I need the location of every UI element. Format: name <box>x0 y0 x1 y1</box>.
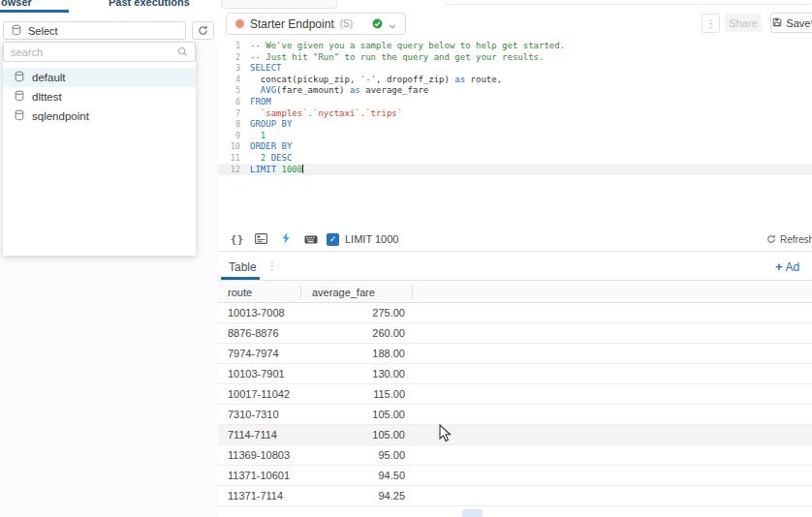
cell-average-fare: 105.00 <box>300 429 412 441</box>
cell-average-fare: 260.00 <box>300 327 412 339</box>
table-row: 11369-1080395.00 <box>218 445 812 466</box>
column-divider <box>412 286 413 299</box>
add-visualization-button[interactable]: + Ad <box>775 259 799 274</box>
mouse-cursor-icon <box>439 424 452 446</box>
lightning-icon <box>282 230 291 248</box>
format-query-button[interactable]: {} <box>231 228 244 251</box>
column-header-average-fare[interactable]: average_fare <box>300 287 412 298</box>
endpoint-name: Starter Endpoint <box>250 17 334 31</box>
kebab-icon[interactable]: ⋮ <box>267 260 277 271</box>
code-line-10: ORDER BY <box>250 141 807 153</box>
results-active-tab-underline <box>221 277 260 280</box>
database-icon <box>15 90 24 104</box>
column-header-route[interactable]: route <box>218 287 300 298</box>
limit-label: LIMIT 1000 <box>345 228 398 251</box>
schema-search-box <box>3 42 196 62</box>
table-row: 10017-11042115.00 <box>218 384 812 405</box>
schema-refresh-button[interactable] <box>192 21 214 40</box>
schema-item-default[interactable]: default <box>3 68 196 87</box>
cell-average-fare: 275.00 <box>300 307 412 319</box>
refresh-icon <box>198 22 208 40</box>
schema-select-label: Select <box>28 25 58 37</box>
tab-past-executions[interactable]: Past executions <box>109 0 190 8</box>
query-menu-button[interactable]: ⋮ <box>702 14 720 33</box>
editor-toolbar: {} ✓ LIMIT 1000 Refresh s <box>218 228 812 252</box>
schema-item-dlttest[interactable]: dlttest <box>3 87 196 106</box>
line-number: 4 <box>218 75 240 86</box>
line-number: 12 <box>218 165 240 176</box>
line-number: 1 <box>218 41 240 52</box>
plus-icon: + <box>775 259 783 274</box>
table-row: 11371-1060194.50 <box>218 466 812 486</box>
tab-bar-partial <box>444 0 812 5</box>
code-line-1: -- We've given you a sample query below … <box>250 41 807 52</box>
limit-checkbox[interactable]: ✓ <box>327 228 339 251</box>
line-number: 2 <box>218 52 240 64</box>
code-line-3: SELECT <box>250 63 807 75</box>
code-line-6: FROM <box>250 97 807 108</box>
cell-route: 10013-7008 <box>218 307 300 319</box>
live-autocomplete-button[interactable] <box>282 228 291 251</box>
database-icon <box>15 109 24 123</box>
code-line-9: 1 <box>250 131 807 142</box>
braces-icon: {} <box>231 234 244 245</box>
autocomplete-icon <box>255 230 267 248</box>
results-tab-bar: Table ⋮ + Ad <box>218 252 812 281</box>
cell-average-fare: 94.50 <box>300 470 412 481</box>
schema-list: defaultdlttestsqlendpoint <box>3 68 196 126</box>
schema-item-sqlendpoint[interactable]: sqlendpoint <box>3 106 196 126</box>
text-cursor <box>302 165 303 173</box>
cell-route: 8876-8876 <box>218 327 300 339</box>
line-number: 10 <box>218 141 240 153</box>
line-number: 9 <box>218 131 240 142</box>
line-number: 11 <box>218 153 240 165</box>
cell-route: 7310-7310 <box>218 409 300 420</box>
tab-schema-browser[interactable]: owser <box>1 0 32 8</box>
active-tab-underline <box>0 10 69 13</box>
save-icon <box>772 17 782 29</box>
save-button[interactable]: Save* <box>770 13 812 33</box>
schema-select-dropdown[interactable]: Select <box>3 21 186 40</box>
table-row: 7310-7310105.00 <box>218 405 812 425</box>
cell-average-fare: 95.00 <box>300 449 412 461</box>
table-row: 10013-7008275.00 <box>218 303 812 323</box>
save-button-label: Save* <box>786 17 812 29</box>
code-line-4: concat(pickup_zip, '-', dropoff_zip) as … <box>250 75 807 86</box>
refresh-schedule-button[interactable]: Refresh s <box>766 228 812 251</box>
line-number: 3 <box>218 63 240 75</box>
query-tab-partial[interactable] <box>221 0 337 9</box>
code-line-2: -- Just hit "Run" to run the query and g… <box>250 52 807 64</box>
keyboard-shortcuts-button[interactable] <box>304 228 318 251</box>
code-line-8: GROUP BY <box>250 119 807 131</box>
sql-editor-app: owser Past executions Select defaultdltt… <box>0 0 812 517</box>
table-row: 7114-7114105.00 <box>218 425 812 445</box>
database-icon <box>15 71 24 84</box>
autocomplete-button[interactable] <box>255 228 267 251</box>
checkbox-checked-icon: ✓ <box>327 233 339 246</box>
cell-route: 11371-7114 <box>218 490 300 502</box>
table-row: 8876-8876260.00 <box>218 323 812 344</box>
refresh-icon <box>766 230 776 248</box>
cell-average-fare: 115.00 <box>300 388 412 400</box>
pagination-page-button[interactable] <box>462 509 483 517</box>
line-number: 8 <box>218 119 240 131</box>
schema-search-input[interactable] <box>11 46 172 58</box>
cell-route: 11369-10803 <box>218 449 300 461</box>
tab-table[interactable]: Table <box>229 260 257 274</box>
code-line-5: AVG(fare_amount) as average_fare <box>250 85 807 97</box>
column-divider <box>300 286 301 299</box>
share-button[interactable]: Share <box>725 14 762 32</box>
results-table-body: 10013-7008275.008876-8876260.007974-7974… <box>218 303 812 506</box>
check-circle-icon <box>372 15 383 33</box>
cell-route: 7974-7974 <box>218 348 300 359</box>
chevron-down-icon <box>389 15 396 33</box>
keyboard-icon <box>304 230 318 248</box>
table-row: 7974-7974188.00 <box>218 344 812 364</box>
schema-item-label: default <box>32 72 66 83</box>
schema-item-label: dlttest <box>32 91 62 103</box>
line-number: 6 <box>218 97 240 108</box>
endpoint-selector-button[interactable]: Starter Endpoint (S) <box>226 13 406 35</box>
cell-average-fare: 94.25 <box>300 490 412 502</box>
endpoint-size-suffix: (S) <box>340 18 353 29</box>
sql-code-editor[interactable]: -- We've given you a sample query below … <box>250 41 807 175</box>
